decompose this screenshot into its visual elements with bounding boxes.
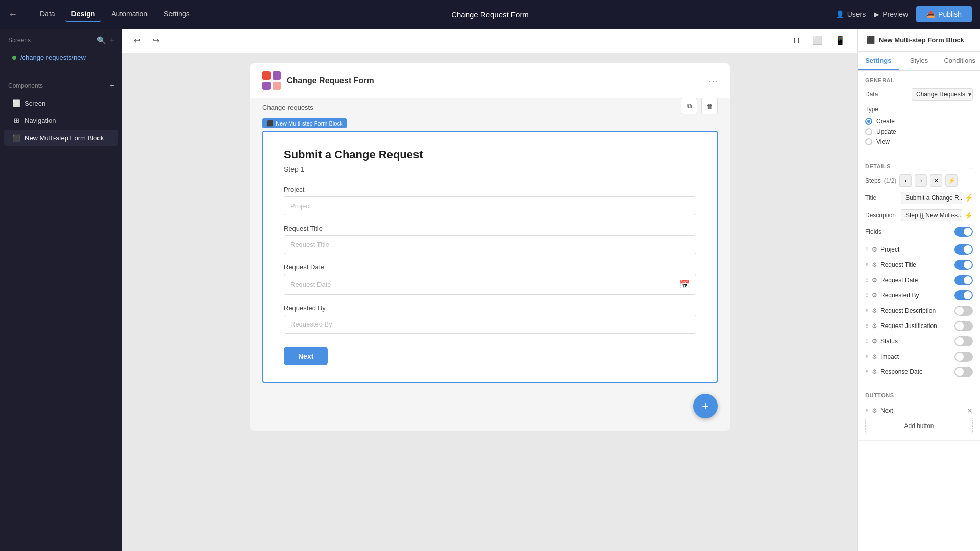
step-prev-button[interactable]: ‹ [899, 174, 912, 187]
request-just-field-toggle[interactable] [954, 321, 973, 331]
new-multistep-badge: ⬛ New Multi-step Form Block [262, 118, 347, 128]
nav-settings[interactable]: Settings [158, 7, 196, 22]
data-config-value[interactable]: Change Requests ▼ [912, 88, 973, 101]
users-button[interactable]: 👤 Users [836, 10, 866, 18]
request-date-field-name: Request Date [880, 277, 918, 284]
step-close-button[interactable]: ✕ [930, 174, 942, 187]
publish-button[interactable]: 📤 Publish [916, 6, 972, 22]
form-actions-bar: ⧉ 🗑 [681, 98, 718, 114]
field-request-title-input[interactable]: Request Title [284, 235, 696, 254]
component-screen[interactable]: ⬜ Screen [4, 95, 118, 111]
field-row-request-title: ⠿ ⚙ Request Title [865, 257, 973, 272]
view-radio-dot [865, 138, 872, 145]
step-share-button[interactable]: ⚡ [945, 174, 958, 187]
description-lightning-button[interactable]: ⚡ [964, 211, 973, 219]
right-panel: ⬛ New Multi-step Form Block Settings Sty… [857, 29, 980, 551]
title-config-value[interactable]: Submit a Change R... [901, 192, 962, 204]
add-screen-button[interactable]: + [110, 36, 114, 45]
component-multistep-form[interactable]: ⬛ New Multi-step Form Block [4, 130, 118, 146]
step-next-button[interactable]: › [915, 174, 927, 187]
project-field-name: Project [880, 246, 899, 253]
top-nav: Data Design Automation Settings [34, 7, 196, 22]
field-request-date-input[interactable]: Request Date 📅 [284, 274, 696, 295]
add-component-button[interactable]: + [110, 81, 114, 90]
request-title-field-toggle[interactable] [954, 260, 973, 270]
fields-master-toggle[interactable] [954, 227, 973, 237]
request-title-drag-handle[interactable]: ⠿ [865, 262, 869, 268]
svg-rect-3 [273, 82, 281, 90]
next-button-gear-icon[interactable]: ⚙ [872, 407, 877, 414]
duplicate-block-button[interactable]: ⧉ [681, 98, 697, 114]
description-config-value[interactable]: Step {{ New Multi-s... [901, 209, 962, 221]
description-config-label: Description [865, 212, 896, 219]
screens-header: Screens 🔍 + [0, 29, 122, 49]
type-config-row: Type [865, 106, 973, 113]
tablet-view-button[interactable]: ⬜ [808, 34, 827, 47]
request-just-field-name: Request Justification [880, 322, 937, 330]
tab-settings[interactable]: Settings [858, 52, 899, 70]
search-screens-button[interactable]: 🔍 [97, 36, 106, 45]
status-field-toggle[interactable] [954, 336, 973, 346]
next-button[interactable]: Next [284, 347, 328, 365]
form-dots-menu[interactable]: ⋯ [708, 75, 718, 86]
request-just-gear-icon[interactable]: ⚙ [872, 322, 877, 330]
details-collapse-button[interactable]: − [969, 165, 973, 173]
type-update-option[interactable]: Update [865, 128, 973, 135]
impact-field-toggle[interactable] [954, 352, 973, 362]
next-button-drag-handle[interactable]: ⠿ [865, 408, 869, 414]
request-title-gear-icon[interactable]: ⚙ [872, 261, 877, 268]
field-project: Project Project [284, 186, 696, 215]
type-view-option[interactable]: View [865, 138, 973, 145]
delete-block-button[interactable]: 🗑 [701, 98, 718, 114]
breadcrumb: Change-requests [250, 98, 730, 116]
nav-data[interactable]: Data [34, 7, 61, 22]
project-field-toggle[interactable] [954, 244, 973, 255]
request-date-gear-icon[interactable]: ⚙ [872, 277, 877, 284]
nav-automation[interactable]: Automation [105, 7, 154, 22]
request-date-drag-handle[interactable]: ⠿ [865, 278, 869, 283]
request-just-drag-handle[interactable]: ⠿ [865, 323, 869, 329]
project-gear-icon[interactable]: ⚙ [872, 246, 877, 253]
add-fab-button[interactable]: + [693, 394, 718, 418]
fields-header-row: Fields [865, 227, 973, 237]
back-button[interactable]: ← [8, 9, 17, 20]
description-config-row: Description Step {{ New Multi-s... ⚡ [865, 209, 973, 221]
add-button-button[interactable]: Add button [865, 418, 973, 434]
nav-design[interactable]: Design [65, 7, 102, 22]
request-desc-drag-handle[interactable]: ⠿ [865, 308, 869, 314]
mobile-view-button[interactable]: 📱 [831, 34, 849, 47]
form-body: Submit a Change Request Step 1 Project P… [262, 131, 718, 383]
svg-rect-2 [262, 82, 271, 90]
status-gear-icon[interactable]: ⚙ [872, 338, 877, 345]
component-navigation[interactable]: ⊞ Navigation [4, 112, 118, 129]
response-date-gear-icon[interactable]: ⚙ [872, 368, 877, 375]
field-requested-by-input[interactable]: Requested By [284, 315, 696, 334]
requested-by-field-toggle[interactable] [954, 290, 973, 300]
next-button-remove-button[interactable]: ✕ [967, 407, 973, 415]
redo-button[interactable]: ↪ [150, 34, 162, 47]
status-drag-handle[interactable]: ⠿ [865, 339, 869, 344]
preview-button[interactable]: ▶ Preview [874, 10, 908, 18]
form-step-label: Step 1 [284, 165, 696, 173]
request-desc-gear-icon[interactable]: ⚙ [872, 307, 877, 314]
route-item[interactable]: /change-requests/new [4, 49, 118, 65]
details-title: DETAILS [865, 163, 891, 169]
type-radio-group: Create Update View [865, 118, 973, 145]
request-desc-field-toggle[interactable] [954, 306, 973, 316]
undo-button[interactable]: ↩ [131, 34, 143, 47]
response-date-field-toggle[interactable] [954, 367, 973, 377]
tab-conditions[interactable]: Conditions [939, 52, 980, 70]
title-config-label: Title [865, 194, 876, 202]
type-create-option[interactable]: Create [865, 118, 973, 125]
requested-by-gear-icon[interactable]: ⚙ [872, 292, 877, 299]
field-project-input[interactable]: Project [284, 196, 696, 215]
impact-drag-handle[interactable]: ⠿ [865, 354, 869, 360]
tab-styles[interactable]: Styles [899, 52, 940, 70]
requested-by-drag-handle[interactable]: ⠿ [865, 293, 869, 298]
title-lightning-button[interactable]: ⚡ [964, 194, 973, 202]
impact-gear-icon[interactable]: ⚙ [872, 353, 877, 360]
response-date-drag-handle[interactable]: ⠿ [865, 369, 869, 375]
desktop-view-button[interactable]: 🖥 [788, 34, 804, 47]
project-drag-handle[interactable]: ⠿ [865, 247, 869, 253]
request-date-field-toggle[interactable] [954, 275, 973, 285]
